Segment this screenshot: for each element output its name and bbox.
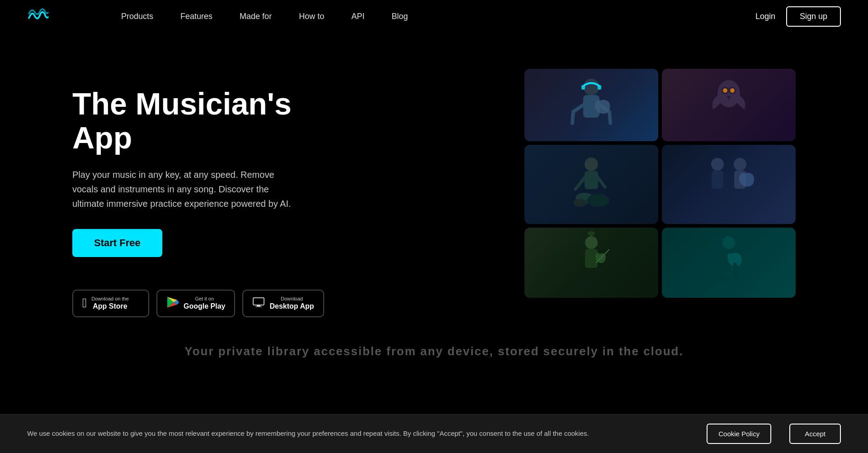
svg-point-15 bbox=[730, 88, 735, 93]
app-store-button[interactable]:  Download on the App Store bbox=[72, 290, 149, 317]
svg-rect-17 bbox=[585, 171, 598, 189]
nav-features[interactable]: Features bbox=[180, 12, 212, 21]
hero-description: Play your music in any key, at any speed… bbox=[72, 167, 298, 211]
svg-rect-6 bbox=[255, 306, 262, 307]
nav-api[interactable]: API bbox=[351, 12, 364, 21]
start-free-button[interactable]: Start Free bbox=[72, 229, 162, 257]
svg-point-30 bbox=[722, 236, 735, 249]
hero-title: The Musician's App bbox=[72, 87, 326, 155]
svg-point-7 bbox=[583, 79, 599, 95]
svg-point-23 bbox=[734, 158, 746, 171]
nav-how-to[interactable]: How to bbox=[299, 12, 324, 21]
cookie-banner: We use cookies on our website to give yo… bbox=[0, 414, 868, 453]
svg-point-21 bbox=[711, 158, 724, 171]
nav-products[interactable]: Products bbox=[121, 12, 153, 21]
store-buttons:  Download on the App Store G bbox=[72, 290, 326, 317]
nav-made-for[interactable]: Made for bbox=[240, 12, 272, 21]
desktop-app-line1: Download bbox=[269, 296, 314, 302]
google-play-line1: Get it on bbox=[184, 296, 225, 302]
google-play-icon bbox=[166, 296, 179, 311]
nav-blog[interactable]: Blog bbox=[392, 12, 408, 21]
musician-image-1 bbox=[524, 69, 658, 141]
svg-point-28 bbox=[588, 231, 595, 236]
bottom-hint: Your private library accessible from any… bbox=[0, 335, 868, 367]
svg-point-11 bbox=[717, 80, 740, 107]
svg-rect-10 bbox=[598, 85, 601, 90]
app-store-line2: App Store bbox=[91, 302, 129, 310]
nav-auth: Login Sign up bbox=[755, 6, 841, 27]
hero-image-grid bbox=[524, 69, 796, 298]
svg-rect-9 bbox=[581, 85, 585, 90]
login-button[interactable]: Login bbox=[755, 12, 775, 21]
desktop-icon bbox=[252, 296, 265, 311]
google-play-line2: Google Play bbox=[184, 302, 225, 310]
logo[interactable] bbox=[27, 7, 121, 25]
svg-rect-4 bbox=[253, 298, 264, 305]
musician-image-2 bbox=[662, 69, 796, 141]
musician-image-3 bbox=[524, 145, 658, 224]
svg-point-19 bbox=[587, 194, 609, 207]
hero-section: The Musician's App Play your music in an… bbox=[0, 33, 868, 335]
desktop-app-line2: Desktop App bbox=[269, 302, 314, 310]
svg-rect-5 bbox=[257, 305, 260, 306]
signup-button[interactable]: Sign up bbox=[786, 6, 841, 27]
cookie-text: We use cookies on our website to give yo… bbox=[27, 429, 689, 439]
hero-content: The Musician's App Play your music in an… bbox=[72, 69, 326, 317]
svg-rect-22 bbox=[712, 171, 723, 189]
svg-point-16 bbox=[585, 157, 598, 171]
musician-image-4 bbox=[662, 145, 796, 224]
desktop-app-button[interactable]: Download Desktop App bbox=[242, 290, 324, 317]
svg-rect-26 bbox=[585, 249, 598, 268]
musician-image-6 bbox=[662, 228, 796, 298]
svg-point-20 bbox=[573, 199, 587, 207]
navbar: Products Features Made for How to API Bl… bbox=[0, 0, 868, 33]
musician-image-5 bbox=[524, 228, 658, 298]
cookie-policy-button[interactable]: Cookie Policy bbox=[707, 424, 771, 444]
google-play-button[interactable]: Get it on Google Play bbox=[156, 290, 235, 317]
app-store-line1: Download on the bbox=[91, 296, 129, 302]
accept-button[interactable]: Accept bbox=[789, 424, 841, 444]
apple-icon:  bbox=[82, 297, 87, 310]
nav-links: Products Features Made for How to API Bl… bbox=[121, 12, 755, 21]
svg-point-14 bbox=[723, 88, 727, 93]
